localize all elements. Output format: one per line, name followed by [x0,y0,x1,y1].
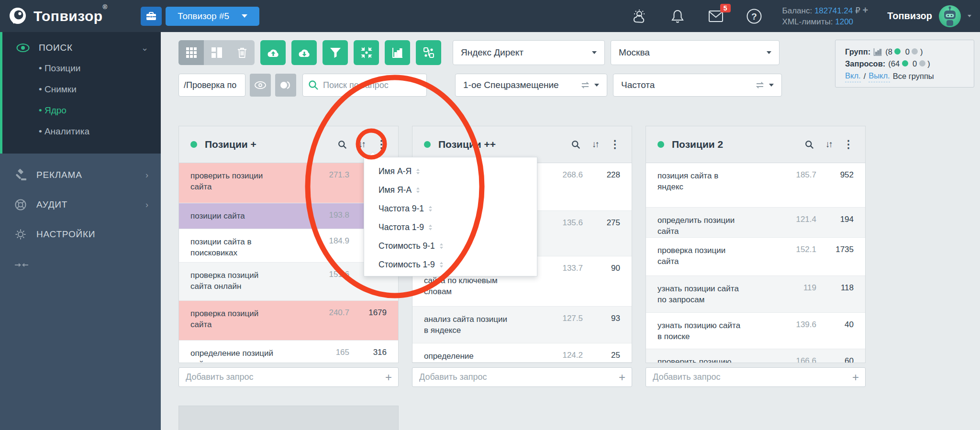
grid-view-button[interactable] [178,40,204,65]
logo[interactable]: Топвизор® [8,6,107,26]
sort-option-frequency-asc[interactable]: Частота 1-9 [379,218,537,237]
balance-value[interactable]: 182741.24 [814,6,853,15]
plus-icon[interactable]: + [385,371,392,384]
kebab-menu-icon[interactable]: ⋮ [376,138,387,151]
export-button[interactable] [291,40,317,65]
visibility-button[interactable] [250,74,271,97]
filter-icon [330,47,341,58]
group-status-dot [424,141,431,148]
user-menu[interactable]: Топвизор [887,5,971,27]
search-icon[interactable] [805,140,814,149]
bar-chart-icon[interactable] [873,48,882,56]
swap-icon [581,81,590,89]
keyword-row[interactable]: определение 124.2 25 [412,343,632,363]
keyword-row[interactable]: узнать позицию сайта в поиске 139.6 40 [646,313,865,349]
contrast-toggle-button[interactable] [275,74,296,97]
sort-option-frequency-desc[interactable]: Частота 9-1 [379,199,537,218]
sorter-icon [415,168,421,175]
keyword-row[interactable]: позиция сайта в яндекс 185.7 952 [646,163,865,208]
keyword-frequency: 228 [583,170,620,210]
svg-text:?: ? [751,11,757,22]
keyword-row[interactable]: определение позиций сайта 165 316 [179,341,398,363]
plus-icon[interactable]: + [852,371,859,384]
balance-block: Баланс: 182741.24 ₽ + XML-лимиты: 1200 [782,5,869,27]
keyword-text: узнать позицию сайта в поиске [657,320,741,349]
projects-button[interactable] [141,7,162,26]
collapse-groups-button[interactable] [354,40,379,65]
plus-icon[interactable]: + [619,371,625,384]
quick-filter-input[interactable] [178,74,245,97]
keyword-row[interactable]: анализ сайта позиции в яндексе 127.5 93 [412,307,632,343]
sidebar-item-ads[interactable]: РЕКЛАМА › [0,160,161,190]
sidebar-label-audit: АУДИТ [36,199,67,210]
query-search-input[interactable] [302,74,427,97]
sidebar-collapse-button[interactable] [0,249,161,268]
add-query-input[interactable] [412,367,632,387]
group-columns: Позиции + ↓↑ ⋮ проверить позиции сайта [178,126,980,430]
kebab-menu-icon[interactable]: ⋮ [610,138,620,151]
keyword-cost: 166.6 [771,356,816,363]
sort-option-name-asc[interactable]: Имя А-Я [379,162,537,181]
add-query-input[interactable] [178,367,399,387]
sort-icon[interactable]: ↓↑ [592,139,598,150]
placement-select[interactable]: 1-ое Спецразмещение [455,74,607,97]
keyword-cost: 271.3 [304,170,349,203]
add-query-input[interactable] [646,367,866,387]
keyword-text: определение [424,351,508,362]
search-icon[interactable] [338,140,347,149]
keyword-row[interactable]: узнать позиции сайта по запросам 119 118 [646,276,865,313]
filter-button[interactable] [323,40,348,65]
keyword-row[interactable]: проверить позицию 166.6 60 [646,349,865,363]
sort-menu: Имя А-Я Имя Я-А Частота 9-1 Частота 1-9 … [364,157,537,276]
keyword-text: определить позиции сайта [657,215,741,237]
links-separator: / [864,70,866,82]
kebab-menu-icon[interactable]: ⋮ [843,138,854,151]
sorter-icon [415,187,421,194]
project-selector[interactable]: Топвизор #5 [166,7,259,26]
chart-button[interactable] [385,40,410,65]
project-name: Топвизор #5 [178,11,229,22]
xml-limits-value[interactable]: 1200 [835,17,853,26]
board-view-button[interactable] [204,40,229,65]
topup-button[interactable]: + [863,5,869,15]
delete-button[interactable] [229,40,255,65]
sidebar-item-snapshots[interactable]: Снимки [39,79,161,100]
sort-icon[interactable]: ↓↑ [358,139,365,150]
messages-button[interactable]: 5 [708,8,724,24]
keyword-text: определение позиций сайта [190,348,274,363]
queries-counts: (64 0 ) [888,58,930,70]
metric-select[interactable]: Частота [613,74,782,97]
sidebar-item-search[interactable]: ПОИСК ⌄ [2,41,161,55]
search-icon[interactable] [571,140,580,149]
sort-option-name-desc[interactable]: Имя Я-А [379,181,537,199]
bar-chart-icon [392,47,403,58]
all-groups-label: Все группы [893,70,934,82]
keyword-cost: 268.6 [537,170,583,210]
clustering-button[interactable] [416,40,441,65]
enable-all-link[interactable]: Вкл. [845,70,861,82]
notifications-button[interactable] [669,8,686,24]
keyword-cost: 119 [771,283,816,312]
region-select[interactable]: Москва [611,40,780,65]
keyword-cost: 184.9 [304,236,349,262]
weather-button[interactable] [631,8,647,24]
sort-option-cost-asc[interactable]: Стоимость 1-9 [379,255,537,274]
sidebar-item-audit[interactable]: АУДИТ › [0,190,161,220]
sort-icon[interactable]: ↓↑ [825,139,832,150]
xml-limits-label: XML-лимиты: [782,17,833,26]
sort-option-cost-desc[interactable]: Стоимость 9-1 [379,237,537,255]
sidebar-item-settings[interactable]: НАСТРОЙКИ [0,220,161,249]
sidebar-item-analytics[interactable]: Аналитика [39,121,161,142]
search-engine-select[interactable]: Яндекс Директ [453,40,605,65]
keyword-row[interactable]: проверка позиции сайта 152.1 1735 [646,238,865,276]
help-button[interactable]: ? [746,8,762,24]
keyword-row[interactable]: определить позиции сайта 121.4 194 [646,208,865,238]
keyword-row[interactable]: проверка позиций сайта 240.7 1679 [179,301,398,341]
sidebar-label-ads: РЕКЛАМА [36,170,82,180]
sidebar-item-positions[interactable]: Позиции [39,58,161,79]
sidebar-item-core[interactable]: Ядро [39,100,161,121]
disable-all-link[interactable]: Выкл. [869,70,890,82]
keyword-cost: 139.6 [771,320,816,349]
keyword-frequency: 194 [816,215,854,237]
import-button[interactable] [260,40,286,65]
